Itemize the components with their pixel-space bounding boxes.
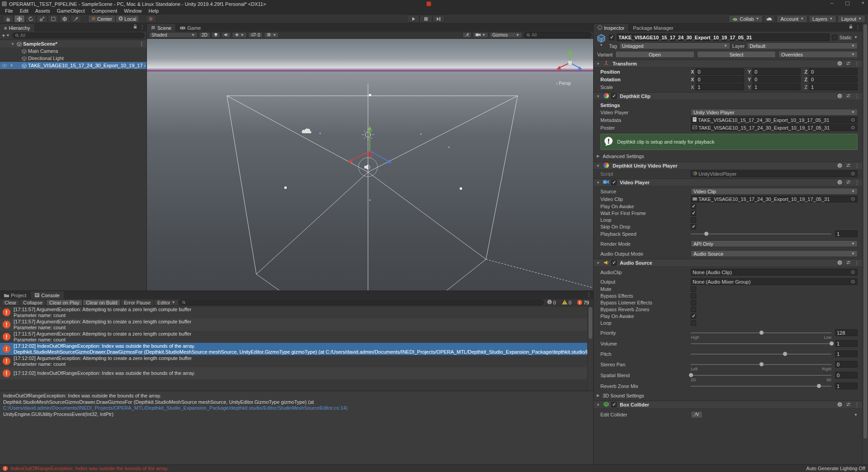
play-button[interactable] [407, 15, 420, 23]
scene-search[interactable] [524, 32, 591, 38]
scene-kebab-icon[interactable]: ⋮ [139, 41, 144, 47]
foldout-icon[interactable]: ▼ [595, 403, 601, 407]
position-y-field[interactable]: 0 [752, 68, 801, 75]
loop-checkbox[interactable] [691, 320, 696, 326]
foldout-icon[interactable]: ▼ [595, 181, 601, 185]
presets-icon[interactable] [845, 260, 852, 266]
foldout-icon[interactable]: ▼ [595, 94, 601, 98]
lock-icon[interactable] [133, 24, 137, 30]
prefab-select-button[interactable]: Select [697, 51, 776, 58]
poster-object-field[interactable]: TAKE_VISAGE10_15_17_24_30_Export_10_19_1… [691, 124, 858, 131]
rotation-z-field[interactable]: 0 [809, 76, 858, 83]
prefab-open-arrow-icon[interactable]: › [144, 63, 146, 68]
menu-assets[interactable]: Assets [32, 8, 53, 14]
audio-output-mode-dropdown[interactable]: Audio Source▼ [691, 250, 858, 257]
spatial-blend-field[interactable]: 0 [835, 372, 858, 379]
pitch-field[interactable]: 1 [835, 350, 858, 357]
bypass-reverb-checkbox[interactable] [691, 307, 696, 312]
video-player-header[interactable]: ▼ Video Player ? ⋮ [594, 178, 862, 187]
hidden-objects-button[interactable]: 0 [248, 32, 263, 38]
kebab-menu-icon[interactable]: ⋮ [586, 292, 591, 298]
collab-button[interactable]: Collab▼ [729, 15, 763, 23]
static-checkbox[interactable] [832, 35, 837, 40]
pause-button[interactable] [420, 15, 432, 23]
foldout-icon[interactable]: ▼ [595, 164, 601, 168]
tab-hierarchy[interactable]: ≡ Hierarchy [0, 24, 35, 32]
source-dropdown[interactable]: Video Clip▼ [691, 188, 858, 195]
gameobject-name-field[interactable]: TAKE_VISAGE10_15_17_24_30_Export_10_19_1… [617, 33, 830, 41]
grid-snap-button[interactable] [146, 15, 156, 23]
prefab-open-button[interactable]: Open [615, 51, 694, 58]
presets-icon[interactable] [845, 61, 852, 66]
gizmos-dropdown[interactable]: Gizmos▼ [490, 32, 522, 38]
step-button[interactable] [432, 15, 445, 23]
advanced-settings-foldout[interactable]: ▶Advanced Settings [594, 152, 862, 160]
volume-field[interactable]: 1 [835, 340, 858, 347]
pivot-local-button[interactable]: Local [115, 15, 139, 23]
reverb-zone-mix-field[interactable]: 1 [835, 383, 858, 389]
kebab-menu-icon[interactable]: ⋮ [140, 24, 145, 30]
object-picker-icon[interactable]: ⊙ [850, 125, 856, 131]
play-on-awake-checkbox[interactable] [691, 313, 696, 319]
stack-file-link[interactable]: C:/Users/david.admin/Documents/INEDI_Pro… [3, 405, 590, 411]
edit-collider-button[interactable] [691, 411, 703, 418]
object-picker-icon[interactable]: ⊙ [850, 269, 856, 275]
loop-checkbox[interactable] [691, 217, 696, 223]
kebab-menu-icon[interactable]: ⋮ [854, 180, 860, 186]
inspector-scrollbar[interactable] [862, 23, 868, 464]
grid-visibility-dropdown[interactable]: ▼ [264, 32, 279, 38]
hierarchy-item-directional-light[interactable]: Directional Light [0, 55, 146, 62]
console-scrollbar[interactable] [587, 306, 593, 391]
gameobject-icon-group[interactable]: ▼ [596, 33, 606, 49]
object-picker-icon[interactable]: ⊙ [850, 279, 856, 285]
render-mode-dropdown[interactable]: API Only▼ [691, 240, 858, 247]
audioclip-object-field[interactable]: None (Audio Clip)⊙ [691, 269, 858, 276]
kebab-menu-icon[interactable]: ⋮ [855, 24, 860, 30]
menu-file[interactable]: File [2, 8, 16, 14]
scene-effects-dropdown[interactable]: ▼ [232, 32, 247, 38]
account-button[interactable]: Account▼ [777, 15, 807, 23]
component-enabled-checkbox[interactable] [611, 180, 617, 185]
status-bar[interactable]: ! IndexOutOfRangeException: Index was ou… [0, 464, 868, 472]
component-enabled-checkbox[interactable] [611, 260, 617, 266]
priority-field[interactable]: 128 [835, 329, 858, 336]
help-icon[interactable]: ? [836, 180, 843, 186]
depthkit-clip-header[interactable]: ▼ Depthkit Clip ? ⋮ [594, 92, 862, 100]
menu-help[interactable]: Help [145, 8, 162, 14]
object-picker-icon[interactable]: ⊙ [850, 117, 856, 123]
console-search-input[interactable] [187, 300, 541, 305]
priority-slider[interactable]: High Low [691, 329, 831, 336]
playback-speed-field[interactable]: 1 [835, 230, 858, 237]
console-row[interactable]: ! [17:12:02] ArgumentException: Attempti… [0, 355, 593, 367]
scale-tool-button[interactable] [37, 15, 47, 23]
reverb-zone-mix-slider[interactable] [691, 383, 831, 389]
menu-window[interactable]: Window [121, 8, 145, 14]
status-error-text[interactable]: IndexOutOfRangeException: Index was outs… [10, 466, 169, 471]
scene-tools-button[interactable] [462, 32, 472, 38]
scene-audio-button[interactable] [222, 32, 231, 38]
rotate-tool-button[interactable] [25, 15, 36, 23]
bypass-listener-checkbox[interactable] [691, 300, 696, 305]
output-object-field[interactable]: None (Audio Mixer Group)⊙ [691, 278, 858, 285]
play-on-awake-checkbox[interactable] [691, 204, 696, 209]
bypass-effects-checkbox[interactable] [691, 293, 696, 299]
kebab-menu-icon[interactable]: ⋮ [854, 61, 860, 67]
scene-camera-dropdown[interactable]: ▼ [473, 32, 488, 38]
volume-slider[interactable] [691, 340, 831, 347]
presets-icon[interactable] [845, 180, 852, 185]
mute-checkbox[interactable] [691, 286, 696, 292]
static-dropdown-icon[interactable]: ▼ [854, 35, 858, 39]
error-count-badge[interactable]: ! 79 [575, 300, 592, 305]
console-stack-trace[interactable]: IndexOutOfRangeException: Index was outs… [0, 391, 593, 464]
tag-dropdown[interactable]: Untagged▼ [619, 42, 730, 49]
minimize-button[interactable]: – [830, 0, 833, 6]
stereo-pan-field[interactable]: 0 [835, 361, 858, 368]
video-player-dropdown[interactable]: Unity Video Player▼ [691, 109, 858, 116]
video-clip-object-field[interactable]: TAKE_VISAGE10_15_17_24_30_Export_10_19_1… [691, 196, 858, 202]
tab-inspector[interactable]: i Inspector [594, 24, 629, 32]
playback-speed-slider[interactable] [691, 230, 831, 237]
transform-header[interactable]: ▼ Transform ? ⋮ [594, 60, 862, 68]
hierarchy-search[interactable] [12, 33, 145, 38]
visibility-eye-icon[interactable] [2, 63, 7, 68]
clear-button[interactable]: Clear [1, 299, 19, 306]
